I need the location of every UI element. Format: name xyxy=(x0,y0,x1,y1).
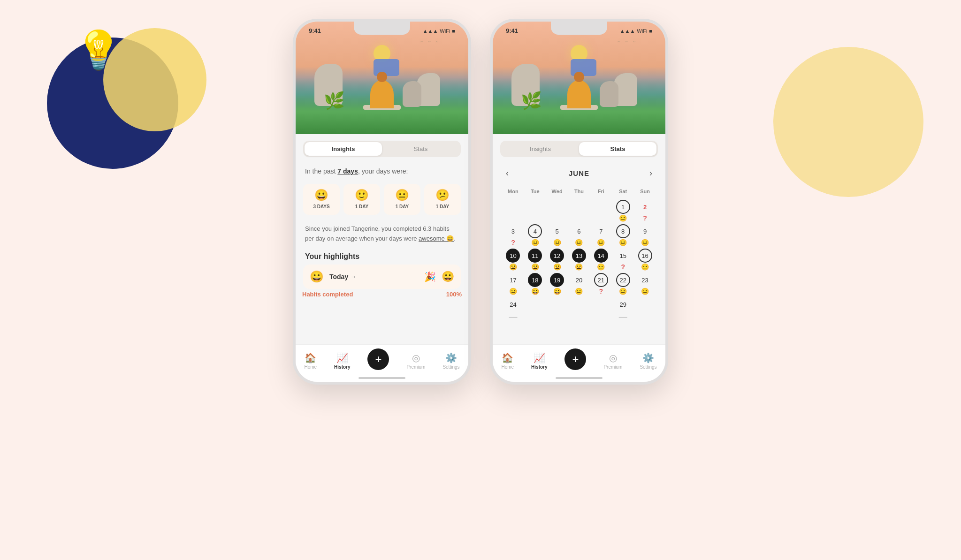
premium-label-2: Premium xyxy=(603,364,622,370)
habits-value: 100% xyxy=(446,291,462,298)
cal-cell-2[interactable]: 2 ? xyxy=(634,200,656,221)
settings-icon-2: ⚙️ xyxy=(642,352,654,363)
cal-emoji-14: 😐 xyxy=(597,264,605,270)
premium-icon-1: ◎ xyxy=(412,352,420,363)
cal-cell-30 xyxy=(634,297,656,321)
cal-day-4: 4 xyxy=(528,224,542,238)
highlight-card[interactable]: 😀 Today → 🎉 😀 xyxy=(303,265,461,289)
cal-day-3: 3 xyxy=(506,224,520,238)
cal-cell-10[interactable]: 10 😀 xyxy=(502,249,524,270)
cal-cell-11[interactable]: 11 😀 xyxy=(524,249,546,270)
cal-emoji-16: 😐 xyxy=(641,264,649,270)
cal-emoji-18: 😀 xyxy=(531,288,539,295)
time-1: 9:41 xyxy=(309,27,321,34)
weekday-sun: Sun xyxy=(634,187,656,196)
nav-add-1[interactable]: + xyxy=(367,348,389,370)
cal-cell-7[interactable]: 7 😐 xyxy=(590,224,612,246)
highlight-emoji: 😀 xyxy=(310,270,324,283)
cal-emoji-22: 😐 xyxy=(619,288,627,295)
tab-stats-2[interactable]: Stats xyxy=(579,142,656,156)
mood-days-1: 1 DAY xyxy=(355,204,369,209)
nav-history-2[interactable]: 📈 History xyxy=(531,352,547,370)
cal-day-8: 8 xyxy=(616,224,630,238)
cal-cell-15[interactable]: 15 ? xyxy=(612,249,634,270)
cal-emoji-10: 😀 xyxy=(509,264,517,270)
cal-emoji-4: 😐 xyxy=(531,239,539,246)
cal-cell-13[interactable]: 13 😀 xyxy=(568,249,590,270)
weekday-fri: Fri xyxy=(590,187,612,196)
home-label-1: Home xyxy=(304,364,317,370)
cal-cell-6[interactable]: 6 😐 xyxy=(568,224,590,246)
cal-emoji-17: 😐 xyxy=(509,288,517,295)
nav-history-1[interactable]: 📈 History xyxy=(334,352,350,370)
cal-cell-24[interactable]: 24 — xyxy=(502,297,524,321)
nav-add-2[interactable]: + xyxy=(564,348,586,370)
settings-icon-1: ⚙️ xyxy=(445,352,457,363)
nav-settings-2[interactable]: ⚙️ Settings xyxy=(640,352,656,370)
cal-cell-9[interactable]: 9 😐 xyxy=(634,224,656,246)
mood-emoji-1: 🙂 xyxy=(346,189,377,202)
habits-row: Habits completed 100% xyxy=(296,289,468,298)
cal-cell-12[interactable]: 12 😀 xyxy=(546,249,568,270)
battery-icon-1: ■ xyxy=(452,28,455,34)
cal-cell-1[interactable]: 1 😐 xyxy=(612,200,634,221)
cal-emoji-23: 😐 xyxy=(641,288,649,295)
cal-cell-21[interactable]: 21 ? xyxy=(590,273,612,295)
cal-emoji-8: 😐 xyxy=(619,239,627,246)
cal-cell-20[interactable]: 20 😐 xyxy=(568,273,590,295)
home-icon-1: 🏠 xyxy=(305,352,316,363)
tab-insights-1[interactable]: Insights xyxy=(305,142,382,156)
phone-2: 9:41 ▲▲▲ WiFi ■ ˜ ˜ ˜ 🌿 Insights Stats xyxy=(490,19,668,385)
cal-cell-14[interactable]: 14 😐 xyxy=(590,249,612,270)
tab-insights-2[interactable]: Insights xyxy=(502,142,579,156)
insights-intro: In the past 7 days, your days were: xyxy=(296,162,468,179)
cal-emoji-20: 😐 xyxy=(575,288,583,295)
tab-stats-1[interactable]: Stats xyxy=(382,142,459,156)
cal-day-6: 6 xyxy=(572,224,586,238)
notch-1 xyxy=(354,22,410,35)
calendar: ‹ JUNE › Mon Tue Wed Thu Fri Sat Sun xyxy=(493,162,665,325)
premium-label-1: Premium xyxy=(406,364,425,370)
mood-days-2: 1 DAY xyxy=(396,204,409,209)
hero-illustration-2: ˜ ˜ ˜ 🌿 xyxy=(493,22,665,134)
prev-month-button[interactable]: ‹ xyxy=(502,166,512,180)
person-illus-1 xyxy=(370,80,394,108)
cal-cell-17[interactable]: 17 😐 xyxy=(502,273,524,295)
phones-container: 9:41 ▲▲▲ WiFi ■ ˜ ˜ ˜ 🌿 Insights Stats xyxy=(293,19,668,385)
home-indicator-2 xyxy=(556,377,603,379)
cal-day-15: 15 xyxy=(616,249,630,263)
calendar-weekdays: Mon Tue Wed Thu Fri Sat Sun xyxy=(502,187,656,196)
cal-emoji-2: ? xyxy=(643,215,647,221)
cal-day-13: 13 xyxy=(572,249,586,263)
mood-days-3: 1 DAY xyxy=(436,204,450,209)
cal-day-10: 10 xyxy=(506,249,520,263)
decorative-circle-yellow-right xyxy=(773,47,923,197)
nav-home-1[interactable]: 🏠 Home xyxy=(304,352,317,370)
cal-cell-8[interactable]: 8 😐 xyxy=(612,224,634,246)
cal-cell-16[interactable]: 16 😐 xyxy=(634,249,656,270)
cal-cell-empty-2 xyxy=(524,200,546,221)
cal-cell-29[interactable]: 29 — xyxy=(612,297,634,321)
nav-premium-1[interactable]: ◎ Premium xyxy=(406,352,425,370)
history-icon-2: 📈 xyxy=(534,352,545,363)
next-month-button[interactable]: › xyxy=(646,166,656,180)
mood-emoji-0: 😀 xyxy=(306,189,337,202)
cal-cell-26 xyxy=(546,297,568,321)
home-label-2: Home xyxy=(501,364,514,370)
cal-cell-19[interactable]: 19 😀 xyxy=(546,273,568,295)
cal-cell-4[interactable]: 4 😐 xyxy=(524,224,546,246)
time-2: 9:41 xyxy=(506,27,518,34)
nav-home-2[interactable]: 🏠 Home xyxy=(501,352,514,370)
cal-cell-23[interactable]: 23 😐 xyxy=(634,273,656,295)
cal-day-22: 22 xyxy=(616,273,630,287)
nav-premium-2[interactable]: ◎ Premium xyxy=(603,352,622,370)
nav-settings-1[interactable]: ⚙️ Settings xyxy=(442,352,459,370)
highlights-title: Your highlights xyxy=(296,249,468,265)
cal-cell-22[interactable]: 22 😐 xyxy=(612,273,634,295)
home-icon-2: 🏠 xyxy=(502,352,513,363)
cal-cell-5[interactable]: 5 😐 xyxy=(546,224,568,246)
cal-cell-18[interactable]: 18 😀 xyxy=(524,273,546,295)
phone-1: 9:41 ▲▲▲ WiFi ■ ˜ ˜ ˜ 🌿 Insights Stats xyxy=(293,19,471,385)
cal-day-9: 9 xyxy=(638,224,652,238)
cal-cell-3[interactable]: 3 ? xyxy=(502,224,524,246)
